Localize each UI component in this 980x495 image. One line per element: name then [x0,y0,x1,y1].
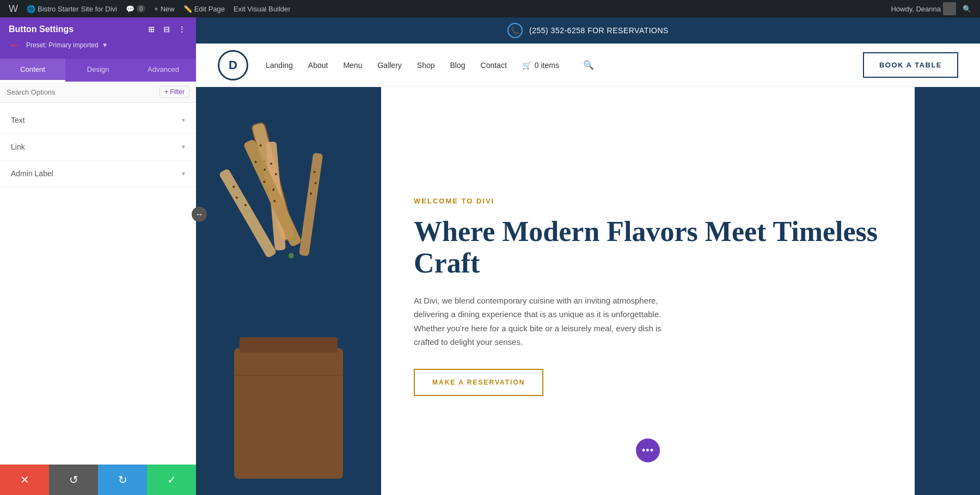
panel-header: Button Settings ⊞ ⊟ ⋮ ← Preset: Primary … [0,17,196,59]
site-logo[interactable]: D [218,50,248,81]
nav-about[interactable]: About [308,61,328,70]
dots-icon: ••• [642,445,654,456]
howdy-text: Howdy, Deanna [891,5,941,13]
save-button[interactable]: ✓ [147,465,196,495]
save-icon: ✓ [167,473,176,486]
panel-options: Text ▾ Link ▾ Admin Label ▾ [0,103,196,463]
edit-page-item[interactable]: ✏️ Edit Page [179,0,229,17]
search-options-input[interactable] [7,88,155,96]
panel-search: + Filter [0,82,196,103]
panel-tabs: Content Design Advanced [0,59,196,82]
preset-dropdown-icon: ▼ [102,41,108,49]
filter-button[interactable]: + Filter [160,86,189,98]
option-admin-label[interactable]: Admin Label ▾ [0,160,196,187]
nav-shop[interactable]: Shop [417,61,435,70]
panel-icon-columns[interactable]: ⊟ [161,24,172,35]
undo-icon: ↺ [69,473,78,486]
preset-text: Preset: Primary imported [26,41,99,49]
site-nav-links: Landing About Menu Gallery Shop Blog Con… [266,60,841,70]
cancel-icon: ✕ [20,473,29,486]
chevron-down-icon-3: ▾ [182,170,185,177]
nav-contact[interactable]: Contact [481,61,507,70]
comment-icon: 💬 [126,5,134,13]
comments-item[interactable]: 💬 0 [121,0,150,17]
undo-button[interactable]: ↺ [49,465,98,495]
search-icon[interactable]: 🔍 [963,5,971,13]
svg-rect-2 [240,337,338,352]
edit-label: Edit Page [194,5,225,13]
resize-icon: ↔ [195,210,203,219]
option-admin-label-text: Admin Label [11,169,53,178]
comment-count: 0 [137,5,145,13]
nav-gallery[interactable]: Gallery [377,61,401,70]
resize-handle[interactable]: ↔ [192,207,207,222]
admin-bar-right: Howdy, Deanna 🔍 [891,2,971,15]
redo-icon: ↻ [118,473,127,486]
phone-text: (255) 352-6258 FOR RESERVATIONS [529,26,669,35]
avatar-icon [943,2,956,15]
new-item[interactable]: + New [150,0,179,17]
panel-icon-more[interactable]: ⋮ [176,24,187,35]
option-link[interactable]: Link ▾ [0,134,196,160]
cart-items: 0 items [535,61,559,70]
option-link-label: Link [11,143,25,151]
hero-description: At Divi, we blend contemporary cuisine w… [414,294,686,349]
site-name: Bistro Starter Site for Divi [38,5,117,13]
edit-icon: ✏️ [183,5,192,13]
red-arrow-icon: ← [9,38,21,52]
svg-point-32 [289,253,294,258]
food-image-svg [207,87,370,495]
wp-admin-bar: W 🌐 Bistro Starter Site for Divi 💬 0 + N… [0,0,980,17]
redo-button[interactable]: ↻ [98,465,147,495]
exit-visual-builder-item[interactable]: Exit Visual Builder [229,0,295,17]
tab-advanced[interactable]: Advanced [131,59,196,82]
hero-content-side: WELCOME TO DIVI Where Modern Flavors Mee… [381,87,915,495]
hero-section: WELCOME TO DIVI Where Modern Flavors Mee… [196,87,980,495]
svg-rect-1 [234,348,343,479]
new-label: New [161,5,175,13]
cart-icon: 🛒 [522,61,531,70]
nav-blog[interactable]: Blog [450,61,465,70]
nav-search-icon[interactable]: 🔍 [583,60,594,70]
hero-image-side [196,87,381,495]
option-text-label: Text [11,116,25,125]
site-top-bar: 📞 (255) 352-6258 FOR RESERVATIONS [196,17,980,44]
book-table-button[interactable]: BOOK A TABLE [863,52,958,78]
chevron-down-icon: ▾ [182,116,185,124]
left-panel: Button Settings ⊞ ⊟ ⋮ ← Preset: Primary … [0,17,196,495]
panel-preset[interactable]: ← Preset: Primary imported ▼ [9,38,187,52]
tab-content[interactable]: Content [0,59,65,82]
option-text[interactable]: Text ▾ [0,107,196,134]
nav-cart[interactable]: 🛒 0 items [522,61,559,70]
make-reservation-button[interactable]: MAKE A RESERVATION [414,369,543,396]
panel-title-row: Button Settings ⊞ ⊟ ⋮ [9,24,187,35]
exit-label: Exit Visual Builder [234,5,291,13]
phone-icon: 📞 [507,23,523,38]
panel-title-icons: ⊞ ⊟ ⋮ [146,24,187,35]
main-content: 📞 (255) 352-6258 FOR RESERVATIONS D Land… [196,17,980,495]
panel-bottom-toolbar: ✕ ↺ ↻ ✓ [0,465,196,495]
plus-icon: + [154,5,158,13]
hero-eyebrow: WELCOME TO DIVI [414,197,882,205]
hero-right-dark [915,87,980,495]
dots-more-button[interactable]: ••• [636,438,660,462]
site-nav: D Landing About Menu Gallery Shop Blog C… [196,44,980,87]
cancel-button[interactable]: ✕ [0,465,49,495]
site-name-item[interactable]: 🌐 Bistro Starter Site for Divi [22,0,121,17]
hero-title: Where Modern Flavors Meet Timeless Craft [414,216,882,278]
tab-design[interactable]: Design [65,59,131,82]
nav-menu[interactable]: Menu [343,61,362,70]
chevron-down-icon-2: ▾ [182,143,185,151]
panel-icon-grid[interactable]: ⊞ [146,24,157,35]
panel-title-text: Button Settings [9,24,74,34]
site-icon: 🌐 [27,5,35,13]
nav-landing[interactable]: Landing [266,61,293,70]
wp-icon: W [9,3,18,15]
phone-glyph: 📞 [511,27,520,35]
wp-logo-item[interactable]: W [4,0,22,17]
